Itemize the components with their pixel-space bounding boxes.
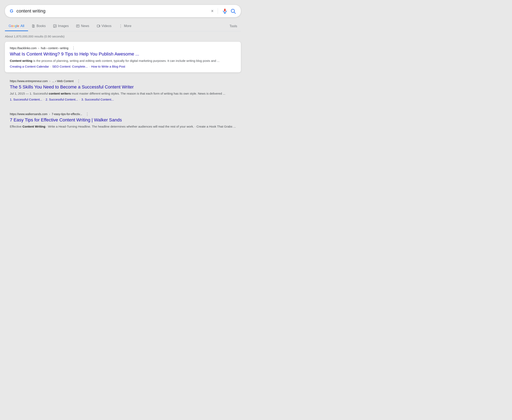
search-bar-divider (218, 8, 218, 14)
tab-books[interactable]: Books (28, 22, 49, 31)
result-1-url-row: https://backlinko.com › hub › content › … (10, 46, 236, 50)
google-logo: G (10, 8, 13, 14)
tab-more[interactable]: ⋮ More (115, 21, 135, 31)
tab-all-label: All (21, 24, 24, 28)
result-1-snippet-bold: Content writing (10, 59, 32, 62)
tab-books-label: Books (37, 24, 46, 28)
svg-rect-5 (32, 25, 33, 27)
google-multicolor-icon: Google (9, 24, 19, 28)
result-1-url: https://backlinko.com (10, 46, 37, 50)
result-3-url: https://www.walkersands.com (10, 112, 47, 116)
results-count: About 1,870,000,000 results (0.90 second… (5, 34, 241, 39)
result-1-snippet: Content writing is the process of planni… (10, 58, 236, 63)
sitelink-successful-3[interactable]: 3. Successful Content... (81, 98, 114, 101)
result-1-breadcrumb-text: hub › content › writing (41, 46, 68, 50)
tools-button[interactable]: Tools (226, 22, 241, 30)
result-1-options-button[interactable]: ⋮ (72, 46, 75, 50)
search-icon[interactable] (230, 8, 236, 14)
sitelink-successful-2[interactable]: 2. Successful Content... (46, 98, 78, 101)
result-3-snippet-bold: Content Writing (22, 125, 45, 128)
more-dots-icon: ⋮ (119, 24, 123, 28)
search-result-2: https://www.entrepreneur.com › ... › Web… (5, 75, 241, 105)
svg-rect-0 (224, 9, 226, 11)
tab-news-label: News (81, 24, 89, 28)
svg-line-4 (234, 12, 235, 13)
result-1-breadcrumb: › (38, 46, 39, 50)
result-2-url-row: https://www.entrepreneur.com › ... › Web… (10, 79, 236, 83)
nav-tabs: Google All Books Images News Videos (5, 21, 241, 31)
result-2-snippet: Jul 1, 2015 — 1. Successful content writ… (10, 91, 236, 96)
svg-rect-6 (33, 25, 34, 27)
sitelink-sep-1: · (50, 65, 51, 68)
result-2-url: https://www.entrepreneur.com (10, 79, 48, 83)
tab-videos-label: Videos (102, 24, 112, 28)
tab-more-label: More (124, 24, 131, 28)
tab-all[interactable]: Google All (5, 22, 28, 31)
search-bar: G × (5, 5, 241, 17)
clear-button[interactable]: × (211, 8, 214, 14)
result-3-snippet: Effective Content Writing · Write a Head… (10, 124, 236, 129)
images-icon (53, 24, 57, 28)
result-2-breadcrumb: ... › Web Content (52, 79, 74, 83)
result-3-snippet-text-2: · Write a Head-Turning Headline. The hea… (46, 125, 236, 128)
tab-videos[interactable]: Videos (93, 22, 115, 31)
result-2-snippet-text-2: must master different writing styles. Th… (72, 92, 226, 95)
sitelink-content-calendar[interactable]: Creating a Content Calendar (10, 65, 49, 68)
sitelink-successful-1[interactable]: 1. Successful Content... (10, 98, 42, 101)
search-result-3: https://www.walkersands.com › 7-easy-tip… (5, 108, 241, 135)
result-3-options-button[interactable]: ⋮ (85, 112, 89, 116)
result-1-sitelinks: Creating a Content Calendar · SEO Conten… (10, 65, 236, 68)
result-2-options-button[interactable]: ⋮ (77, 79, 81, 83)
search-result-1: https://backlinko.com › hub › content › … (5, 42, 241, 72)
result-3-breadcrumb: 7-easy-tips-for-effectiv... (52, 112, 82, 116)
svg-rect-12 (97, 25, 99, 27)
microphone-icon[interactable] (222, 8, 228, 14)
books-icon (32, 24, 35, 28)
sitelink-2-sep-1: · (43, 98, 44, 101)
search-input[interactable] (16, 8, 209, 14)
tab-images-label: Images (58, 24, 69, 28)
result-2-snippet-bold: content writers (49, 92, 71, 95)
news-icon (76, 24, 80, 28)
result-1-title[interactable]: What Is Content Writing? 9 Tips to Help … (10, 51, 236, 57)
result-1-snippet-text: is the process of planning, writing and … (33, 59, 219, 62)
result-3-title[interactable]: 7 Easy Tips for Effective Content Writin… (10, 117, 236, 123)
sitelink-2-sep-2: · (79, 98, 80, 101)
svg-point-8 (54, 25, 54, 26)
videos-icon (97, 24, 100, 28)
result-2-sep: › (49, 79, 50, 83)
result-2-title[interactable]: The 5 Skills You Need to Become a Succes… (10, 84, 236, 90)
sitelink-seo-content[interactable]: SEO Content: Complete... (52, 65, 88, 68)
result-3-sep: › (49, 112, 50, 116)
result-3-url-row: https://www.walkersands.com › 7-easy-tip… (10, 112, 236, 116)
result-2-snippet-text-1: Jul 1, 2015 — 1. Successful (10, 92, 49, 95)
sitelink-blog-post[interactable]: How to Write a Blog Post (91, 65, 125, 68)
tab-news[interactable]: News (72, 22, 93, 31)
sitelink-sep-2: · (89, 65, 90, 68)
tab-images[interactable]: Images (49, 22, 72, 31)
result-2-sitelinks: 1. Successful Content... · 2. Successful… (10, 98, 236, 101)
result-3-snippet-text-1: Effective (10, 125, 22, 128)
